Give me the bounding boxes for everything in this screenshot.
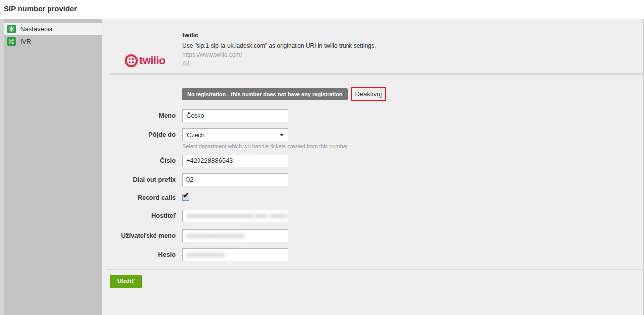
twilio-logo-text: twilio — [139, 54, 165, 67]
provider-name: twilio — [182, 31, 376, 39]
sidebar-item-label: Nastavenia — [20, 25, 52, 33]
checkmark-icon: ✔ — [183, 191, 189, 200]
number-input[interactable]: +420228886543 — [182, 155, 288, 167]
section-divider — [110, 73, 643, 75]
department-select[interactable]: Czech — [182, 128, 288, 141]
sidebar-item-label: IVR — [20, 38, 31, 45]
form-row-uzivatelske-meno: Užívateľské meno xxxxxxxxxxxxxxxxxx — [102, 229, 643, 242]
sidebar-item-ivr[interactable]: IVR — [4, 35, 102, 48]
field-label: Hostiteľ — [102, 210, 176, 222]
dial-out-prefix-input[interactable]: 02 — [182, 173, 288, 186]
deactivate-annotation-box: Deaktivuj — [351, 87, 386, 101]
footer-separator — [106, 269, 643, 270]
field-label: Pôjde do — [102, 128, 176, 149]
provider-panel: Nastavenia IVR — [0, 19, 644, 315]
provider-scope: All — [182, 60, 376, 67]
chevron-down-icon — [280, 134, 284, 136]
ivr-flow-icon — [7, 37, 16, 46]
twilio-logo-icon — [124, 54, 138, 68]
department-select-value: Czech — [187, 131, 205, 139]
form-row-pojde-do: Pôjde do Czech Select department which w… — [102, 128, 643, 149]
provider-url: https://www.twilio.com/ — [182, 52, 376, 58]
page-title: SIP number provider — [4, 4, 77, 13]
department-helper-text: Select department which will handle tick… — [182, 143, 349, 149]
main-content: twilio twilio Use "sip:1-sip-la-uk.lades… — [102, 19, 644, 315]
password-input[interactable]: xxxxxxxxxxxx — [182, 248, 288, 261]
field-label: Meno — [102, 109, 176, 122]
panel-left-gutter — [0, 19, 4, 315]
form-row-dial-out-prefix: Dial out prefix 02 — [102, 173, 643, 186]
field-label: Record calls — [102, 191, 176, 204]
field-label: Heslo — [102, 248, 176, 261]
deactivate-link[interactable]: Deaktivuj — [355, 90, 382, 98]
form-row-hostitel: Hostiteľ xxxxxxxxxxxxxxxxxxxxx xxxx xxxx… — [102, 210, 643, 222]
redacted-value: xxxxxxxxxxxx — [186, 251, 225, 258]
redacted-value: xxxxxxxxxxxxxxxxxxxxx xxxx xxxxx xxx — [186, 212, 288, 219]
gear-icon — [7, 25, 16, 33]
form-row-cislo: Číslo +420228886543 — [102, 155, 643, 167]
registration-status-badge: No registration - this number does not h… — [182, 88, 348, 100]
username-input[interactable]: xxxxxxxxxxxxxxxxxx — [182, 229, 288, 242]
form-row-meno: Meno Česko — [102, 109, 643, 122]
provider-info: twilio Use "sip:1-sip-la-uk.ladesk.com" … — [182, 31, 376, 67]
sidebar: Nastavenia IVR — [4, 19, 102, 315]
form-row-record-calls: Record calls ✔ — [102, 191, 643, 204]
redacted-value: xxxxxxxxxxxxxxxxxx — [186, 232, 244, 239]
save-button[interactable]: Uložiť — [110, 275, 142, 288]
record-calls-checkbox[interactable]: ✔ — [182, 194, 189, 201]
provider-description: Use "sip:1-sip-la-uk.ladesk.com" as orig… — [182, 42, 376, 49]
meno-input[interactable]: Česko — [182, 109, 288, 122]
field-label: Číslo — [102, 155, 176, 167]
twilio-logo: twilio — [124, 54, 179, 68]
field-label: Užívateľské meno — [102, 229, 176, 242]
form-row-heslo: Heslo xxxxxxxxxxxx — [102, 248, 643, 261]
sidebar-item-nastavenia[interactable]: Nastavenia — [4, 23, 102, 35]
registration-row: No registration - this number does not h… — [182, 87, 386, 101]
host-input[interactable]: xxxxxxxxxxxxxxxxxxxxx xxxx xxxxx xxx — [182, 210, 288, 222]
field-label: Dial out prefix — [102, 173, 176, 186]
